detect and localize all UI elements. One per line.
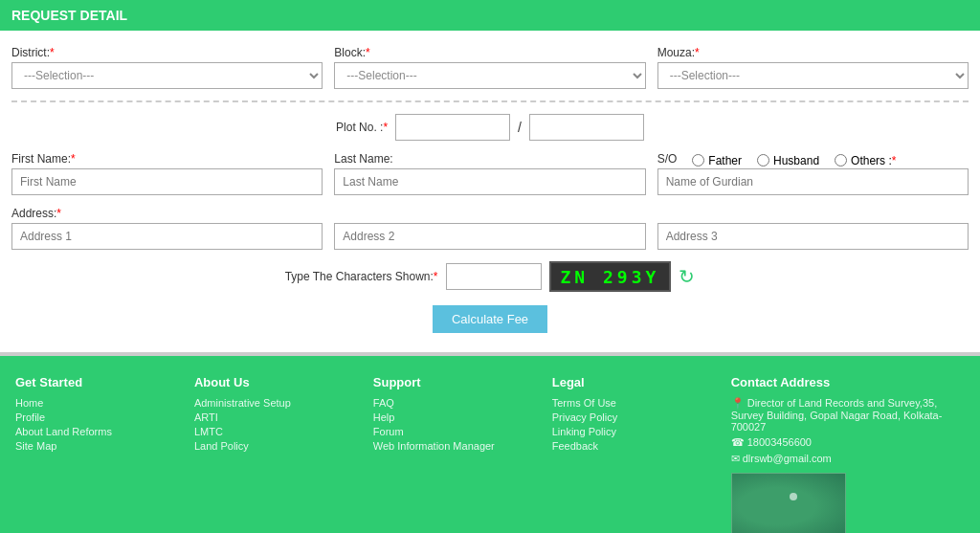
contact-heading: Contact Address xyxy=(731,375,965,389)
footer-link-faq[interactable]: FAQ xyxy=(373,397,529,409)
captcha-refresh-icon[interactable]: ↻ xyxy=(679,265,695,288)
address2-group xyxy=(334,207,645,250)
contact-phone: ☎ 18003456600 xyxy=(731,436,965,449)
district-select[interactable]: ---Selection--- xyxy=(11,62,323,89)
husband-label: Husband xyxy=(773,154,819,167)
page-title: REQUEST DETAIL xyxy=(11,8,127,23)
others-label: Others :* xyxy=(851,154,896,167)
footer: Get Started Home Profile About Land Refo… xyxy=(0,356,980,533)
address-group: Address:* xyxy=(11,207,323,250)
footer-link-terms[interactable]: Terms Of Use xyxy=(552,397,708,409)
footer-grid: Get Started Home Profile About Land Refo… xyxy=(15,375,965,533)
guardian-label: S/O xyxy=(657,152,678,166)
captcha-label: Type The Characters Shown:* xyxy=(285,270,438,283)
district-label: District:* xyxy=(11,46,323,59)
calculate-fee-button[interactable]: Calculate Fee xyxy=(433,305,547,333)
email-icon: ✉ xyxy=(731,453,740,464)
contact-address: 📍 Director of Land Records and Survey,35… xyxy=(731,397,965,433)
plot-row: Plot No. :* / xyxy=(11,114,969,141)
father-radio[interactable] xyxy=(692,154,704,167)
others-radio-group: Others :* xyxy=(835,154,896,167)
captcha-image: ZN 293Y xyxy=(549,261,672,292)
address1-input[interactable] xyxy=(11,223,323,250)
footer-get-started: Get Started Home Profile About Land Refo… xyxy=(15,375,171,533)
last-name-group: Last Name: xyxy=(334,152,645,195)
footer-link-privacy[interactable]: Privacy Policy xyxy=(552,411,708,423)
footer-about-us: About Us Administrative Setup ARTI LMTC … xyxy=(194,375,350,533)
address2-input[interactable] xyxy=(334,223,645,250)
phone-icon: ☎ xyxy=(731,436,745,448)
block-label: Block:* xyxy=(334,46,645,59)
footer-link-forum[interactable]: Forum xyxy=(373,426,529,437)
about-us-heading: About Us xyxy=(194,375,350,389)
guardian-radio-row: S/O Father Husband Others :* xyxy=(657,152,969,168)
form-area: Source: https://banglarbhumi.gov.in/Bang… xyxy=(0,31,980,356)
section-divider xyxy=(11,100,969,102)
district-block-mouza-row: District:* ---Selection--- Block:* ---Se… xyxy=(11,46,969,89)
captcha-row: Type The Characters Shown:* ZN 293Y ↻ xyxy=(11,261,969,292)
get-started-heading: Get Started xyxy=(15,375,171,389)
address-label: Address:* xyxy=(11,207,323,220)
plot-slash: / xyxy=(518,120,522,135)
husband-radio-group: Husband xyxy=(757,154,819,167)
footer-link-lmtc[interactable]: LMTC xyxy=(194,426,350,437)
footer-legal: Legal Terms Of Use Privacy Policy Linkin… xyxy=(552,375,708,533)
block-select[interactable]: ---Selection--- xyxy=(334,62,645,89)
address3-input[interactable] xyxy=(657,223,969,250)
footer-link-help[interactable]: Help xyxy=(373,411,529,423)
footer-link-land-policy[interactable]: Land Policy xyxy=(194,440,350,452)
first-name-group: First Name:* xyxy=(11,152,323,195)
mouza-group: Mouza:* ---Selection--- xyxy=(657,46,969,89)
location-icon: 📍 xyxy=(731,397,745,409)
header-bar: REQUEST DETAIL xyxy=(0,0,980,31)
footer-support: Support FAQ Help Forum Web Information M… xyxy=(373,375,529,533)
contact-email: ✉ dlrswb@gmail.com xyxy=(731,453,965,465)
page-container: REQUEST DETAIL Source: https://banglarbh… xyxy=(0,0,980,533)
father-label: Father xyxy=(708,154,742,167)
last-name-input[interactable] xyxy=(334,168,645,195)
name-guardian-row: First Name:* Last Name: S/O Father xyxy=(11,152,969,195)
support-heading: Support xyxy=(373,375,529,389)
footer-link-linking[interactable]: Linking Policy xyxy=(552,426,708,437)
others-radio[interactable] xyxy=(835,154,847,167)
mouza-label: Mouza:* xyxy=(657,46,969,59)
address3-label xyxy=(657,207,969,220)
footer-contact: Contact Address 📍 Director of Land Recor… xyxy=(731,375,965,533)
footer-link-land-reforms[interactable]: About Land Reforms xyxy=(15,426,171,437)
map-marker xyxy=(790,493,797,500)
captcha-input[interactable] xyxy=(446,263,542,290)
first-name-label: First Name:* xyxy=(11,152,323,166)
guardian-group: S/O Father Husband Others :* xyxy=(657,152,969,195)
address3-group xyxy=(657,207,969,250)
footer-link-profile[interactable]: Profile xyxy=(15,411,171,423)
plot-input-1[interactable] xyxy=(395,114,510,141)
footer-link-web-info[interactable]: Web Information Manager xyxy=(373,440,529,452)
map-image xyxy=(731,473,846,533)
footer-link-arti[interactable]: ARTI xyxy=(194,411,350,423)
address2-label xyxy=(334,207,645,220)
father-radio-group: Father xyxy=(692,154,742,167)
footer-link-admin-setup[interactable]: Administrative Setup xyxy=(194,397,350,409)
guardian-input[interactable] xyxy=(657,168,969,195)
last-name-label: Last Name: xyxy=(334,152,645,166)
footer-link-home[interactable]: Home xyxy=(15,397,171,409)
district-group: District:* ---Selection--- xyxy=(11,46,323,89)
address-row: Address:* xyxy=(11,207,969,250)
plot-label: Plot No. :* xyxy=(336,121,388,134)
footer-link-site-map[interactable]: Site Map xyxy=(15,440,171,452)
block-group: Block:* ---Selection--- xyxy=(334,46,645,89)
map-visual xyxy=(732,474,845,533)
mouza-select[interactable]: ---Selection--- xyxy=(657,62,969,89)
plot-input-2[interactable] xyxy=(529,114,644,141)
first-name-input[interactable] xyxy=(11,168,323,195)
husband-radio[interactable] xyxy=(757,154,769,167)
footer-link-feedback[interactable]: Feedback xyxy=(552,440,708,452)
legal-heading: Legal xyxy=(552,375,708,389)
